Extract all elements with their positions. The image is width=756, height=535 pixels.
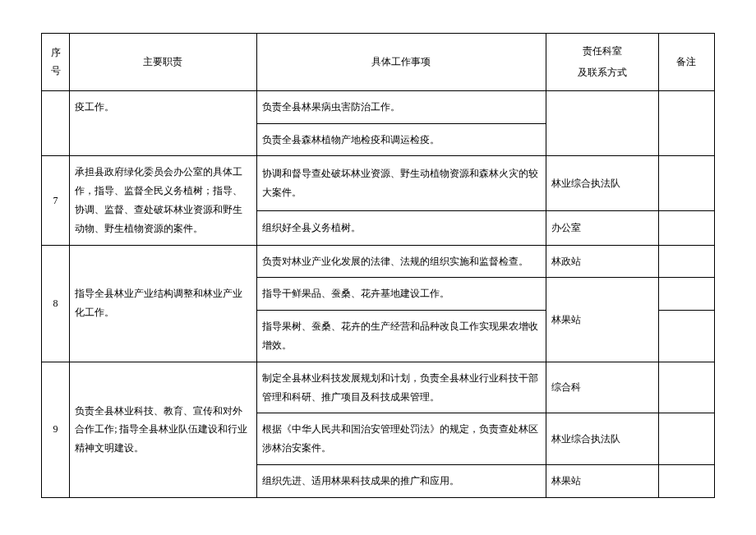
header-item: 具体工作事项: [256, 34, 546, 91]
cell-dept: 林业综合执法队: [546, 156, 659, 210]
cell-duty: 负责全县林业科技、教育、宣传和对外合作工作; 指导全县林业队伍建设和行业精神文明…: [70, 362, 257, 497]
cell-note: [658, 311, 714, 362]
table-row: 疫工作。 负责全县林果病虫害防治工作。: [42, 90, 715, 123]
cell-duty: 疫工作。: [70, 90, 257, 156]
cell-seq: 8: [42, 245, 70, 362]
cell-note: [658, 210, 714, 245]
table-row: 9 负责全县林业科技、教育、宣传和对外合作工作; 指导全县林业队伍建设和行业精神…: [42, 362, 715, 413]
cell-item: 指导干鲜果品、蚕桑、花卉基地建设工作。: [256, 278, 546, 311]
cell-item: 组织先进、适用林果科技成果的推广和应用。: [256, 464, 546, 497]
header-duty: 主要职责: [70, 34, 257, 91]
cell-item: 协调和督导查处破坏林业资源、野生动植物资源和森林火灾的较大案件。: [256, 156, 546, 210]
cell-seq: 9: [42, 362, 70, 497]
table-row: 7 承担县政府绿化委员会办公室的具体工作，指导、监督全民义务植树；指导、协调、监…: [42, 156, 715, 210]
header-note: 备注: [658, 34, 714, 91]
header-dept: 责任科室 及联系方式: [546, 34, 659, 91]
cell-dept: 林政站: [546, 245, 659, 278]
header-dept-line1: 责任科室: [551, 40, 653, 62]
cell-note: [658, 464, 714, 497]
cell-dept: 林业综合执法队: [546, 413, 659, 465]
cell-item: 指导果树、蚕桑、花卉的生产经营和品种改良工作实现果农增收增效。: [256, 311, 546, 362]
cell-item: 制定全县林业科技发展规划和计划，负责全县林业行业科技干部管理和科研、推广项目及科…: [256, 362, 546, 413]
cell-duty: 指导全县林业产业结构调整和林业产业化工作。: [70, 245, 257, 362]
cell-note: [658, 362, 714, 413]
header-seq: 序号: [42, 34, 70, 91]
cell-item: 负责对林业产业化发展的法律、法规的组织实施和监督检查。: [256, 245, 546, 278]
cell-note: [658, 90, 714, 156]
cell-note: [658, 278, 714, 311]
table-header-row: 序号 主要职责 具体工作事项 责任科室 及联系方式 备注: [42, 34, 715, 91]
cell-note: [658, 245, 714, 278]
cell-dept: 综合科: [546, 362, 659, 413]
cell-item: 负责全县森林植物产地检疫和调运检疫。: [256, 123, 546, 156]
cell-seq: 7: [42, 156, 70, 245]
cell-item: 负责全县林果病虫害防治工作。: [256, 90, 546, 123]
cell-dept: 林果站: [546, 278, 659, 362]
cell-item: 根据《中华人民共和国治安管理处罚法》的规定，负责查处林区涉林治安案件。: [256, 413, 546, 465]
cell-duty: 承担县政府绿化委员会办公室的具体工作，指导、监督全民义务植树；指导、协调、监督、…: [70, 156, 257, 245]
cell-seq: [42, 90, 70, 156]
header-dept-line2: 及联系方式: [551, 62, 653, 83]
cell-dept: 办公室: [546, 210, 659, 245]
cell-note: [658, 413, 714, 465]
cell-dept: [546, 90, 659, 156]
cell-dept: 林果站: [546, 464, 659, 497]
table-row: 8 指导全县林业产业结构调整和林业产业化工作。 负责对林业产业化发展的法律、法规…: [42, 245, 715, 278]
cell-note: [658, 156, 714, 210]
cell-item: 组织好全县义务植树。: [256, 210, 546, 245]
responsibility-table: 序号 主要职责 具体工作事项 责任科室 及联系方式 备注 疫工作。 负责全县林果…: [41, 33, 715, 498]
